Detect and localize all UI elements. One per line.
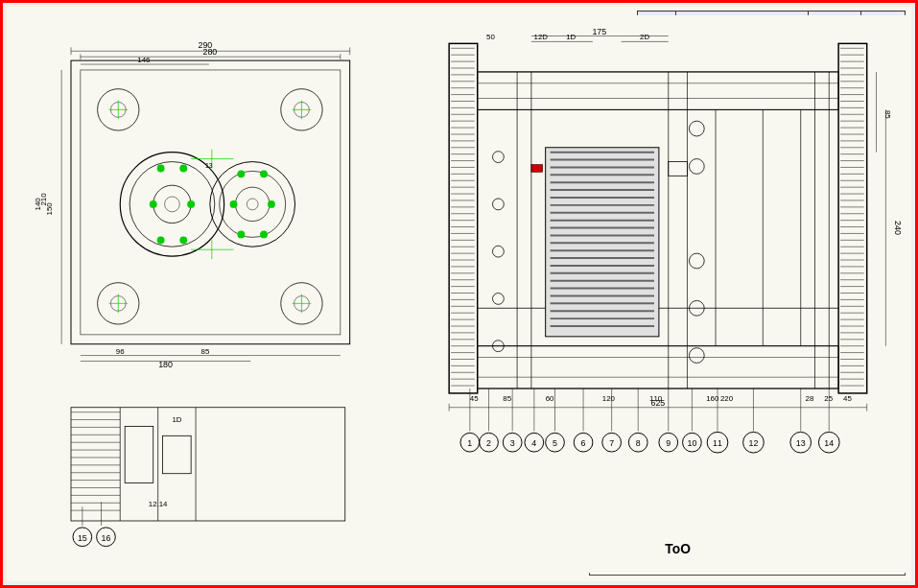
drawing-area: NO REVISION DATE SIGN 재 질 명도면 명 재 질 명규 격…	[7, 7, 911, 581]
svg-text:1D: 1D	[172, 415, 181, 424]
svg-point-46	[268, 200, 275, 208]
svg-text:60: 60	[546, 394, 554, 403]
svg-text:50: 50	[486, 33, 495, 41]
cad-drawing: 290 280 146	[7, 7, 911, 581]
svg-point-48	[260, 230, 268, 238]
svg-text:175: 175	[592, 27, 606, 36]
svg-text:6: 6	[581, 438, 586, 448]
svg-text:45: 45	[470, 394, 479, 403]
svg-text:11: 11	[713, 438, 722, 448]
svg-text:12.14: 12.14	[149, 500, 168, 508]
svg-text:120: 120	[602, 394, 616, 403]
svg-point-37	[157, 236, 165, 244]
svg-text:1D: 1D	[566, 33, 576, 41]
svg-text:2D: 2D	[640, 33, 649, 41]
svg-text:ToO: ToO	[665, 542, 691, 556]
svg-text:28: 28	[806, 394, 814, 403]
svg-text:15: 15	[78, 533, 87, 543]
svg-text:146: 146	[137, 56, 151, 64]
svg-text:280: 280	[202, 47, 217, 57]
svg-text:96: 96	[116, 347, 125, 356]
svg-text:12D: 12D	[534, 33, 549, 41]
svg-point-43	[237, 170, 245, 177]
svg-point-44	[260, 170, 268, 177]
svg-text:110: 110	[649, 394, 663, 403]
svg-point-36	[187, 200, 195, 208]
svg-point-38	[179, 236, 187, 244]
svg-text:140: 140	[34, 198, 42, 211]
svg-point-45	[230, 200, 238, 208]
svg-text:1: 1	[467, 438, 472, 448]
svg-text:45: 45	[843, 394, 852, 403]
svg-text:220: 220	[720, 394, 734, 403]
svg-point-35	[150, 200, 157, 208]
svg-text:3: 3	[510, 438, 515, 448]
svg-point-34	[179, 165, 187, 173]
svg-text:9: 9	[666, 438, 671, 448]
svg-text:12: 12	[749, 438, 759, 448]
svg-text:13: 13	[205, 162, 213, 169]
svg-rect-0	[7, 15, 911, 573]
svg-rect-245	[531, 165, 543, 173]
svg-text:13: 13	[796, 438, 806, 448]
svg-text:8: 8	[636, 438, 641, 448]
svg-text:85: 85	[883, 110, 892, 119]
svg-text:85: 85	[503, 394, 511, 403]
svg-text:5: 5	[553, 438, 557, 448]
main-container: NO REVISION DATE SIGN 재 질 명도면 명 재 질 명규 격…	[0, 0, 918, 588]
svg-text:14: 14	[824, 438, 834, 448]
svg-text:180: 180	[158, 360, 173, 369]
svg-text:240: 240	[893, 221, 903, 235]
svg-text:4: 4	[531, 438, 536, 448]
svg-text:85: 85	[201, 347, 210, 356]
svg-text:2: 2	[486, 438, 491, 448]
svg-point-33	[157, 165, 165, 173]
svg-text:7: 7	[609, 438, 614, 448]
svg-text:16: 16	[102, 533, 111, 543]
svg-text:10: 10	[687, 438, 696, 448]
svg-point-47	[237, 230, 245, 238]
